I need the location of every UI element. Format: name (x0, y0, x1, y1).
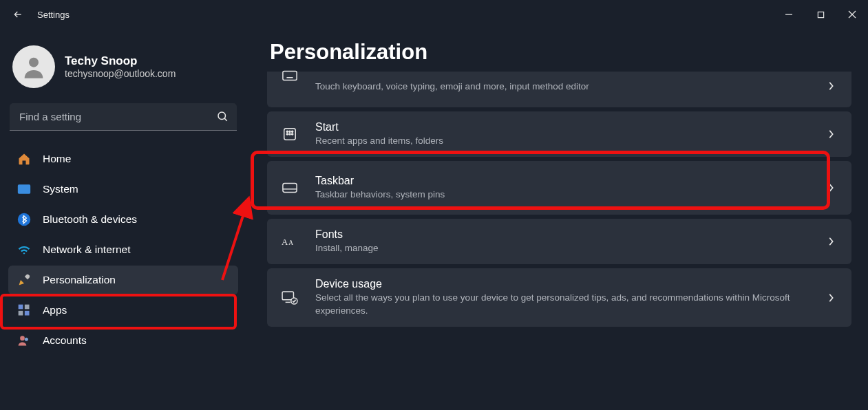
sidebar-item-system[interactable]: System (8, 175, 238, 204)
sidebar: Techy Snoop techysnoop@outlook.com Home … (0, 29, 246, 410)
account-block[interactable]: Techy Snoop techysnoop@outlook.com (8, 41, 238, 100)
svg-text:A: A (282, 237, 288, 247)
wifi-icon (17, 242, 32, 257)
sidebar-item-label: Home (43, 153, 71, 165)
card-subtitle: Touch keyboard, voice typing, emoji and … (315, 80, 797, 93)
card-title: Start (315, 121, 823, 133)
maximize-button[interactable] (805, 3, 836, 25)
card-taskbar[interactable]: Taskbar Taskbar behaviors, system pins (267, 161, 851, 215)
svg-rect-11 (19, 311, 23, 316)
svg-rect-7 (18, 184, 30, 193)
card-title: Fonts (315, 228, 823, 241)
card-title: Device usage (315, 278, 823, 290)
sidebar-item-label: Accounts (43, 334, 87, 347)
svg-rect-1 (818, 12, 823, 17)
card-title: Taskbar (315, 175, 823, 187)
app-title: Settings (37, 10, 70, 20)
svg-line-6 (224, 118, 227, 121)
chevron-right-icon (823, 78, 839, 94)
window-controls (773, 3, 868, 25)
account-email: techysnoop@outlook.com (65, 68, 176, 79)
back-button[interactable] (8, 5, 28, 24)
card-start[interactable]: Start Recent apps and items, folders (267, 111, 851, 157)
svg-point-26 (289, 133, 290, 135)
svg-point-14 (25, 338, 28, 341)
svg-point-13 (20, 336, 25, 341)
account-name: Techy Snoop (65, 54, 176, 68)
svg-text:A: A (288, 239, 293, 246)
svg-point-23 (289, 131, 290, 132)
keyboard-icon (279, 70, 300, 81)
chevron-right-icon (823, 180, 839, 196)
sidebar-item-apps[interactable]: Apps (8, 296, 238, 325)
sidebar-item-personalization[interactable]: Personalization (8, 266, 238, 294)
card-subtitle: Install, manage (315, 242, 797, 255)
sidebar-item-bluetooth[interactable]: Bluetooth & devices (8, 205, 238, 234)
apps-icon (17, 303, 32, 318)
svg-point-4 (29, 58, 39, 67)
page-title: Personalization (270, 40, 851, 65)
minimize-button[interactable] (773, 3, 805, 25)
svg-point-25 (286, 133, 288, 135)
sidebar-item-network[interactable]: Network & internet (8, 235, 238, 264)
sidebar-item-accounts[interactable]: Accounts (8, 326, 238, 355)
sidebar-item-label: Bluetooth & devices (43, 213, 137, 226)
svg-point-22 (286, 131, 288, 132)
sidebar-item-home[interactable]: Home (8, 144, 238, 173)
sidebar-item-label: Apps (43, 304, 67, 316)
chevron-right-icon (823, 233, 839, 250)
card-fonts[interactable]: AA Fonts Install, manage (267, 219, 851, 264)
title-bar: Settings (0, 0, 868, 29)
svg-point-5 (218, 112, 226, 120)
svg-rect-12 (25, 311, 30, 316)
search-box[interactable] (10, 103, 237, 131)
chevron-right-icon (823, 290, 839, 306)
card-subtitle: Recent apps and items, folders (315, 135, 797, 147)
close-button[interactable] (836, 3, 868, 25)
main-content: Personalization Touch keyboard, voice ty… (246, 29, 868, 410)
system-icon (17, 182, 32, 197)
search-icon (216, 110, 229, 125)
device-usage-icon (279, 291, 300, 305)
svg-point-8 (18, 213, 30, 226)
svg-rect-28 (283, 184, 297, 193)
personalization-icon (17, 272, 32, 288)
svg-point-24 (292, 131, 293, 132)
svg-rect-10 (25, 305, 30, 310)
card-subtitle: Select all the ways you plan to use your… (315, 292, 797, 316)
nav-list: Home System Bluetooth & devices Network … (8, 144, 238, 355)
bluetooth-icon (17, 212, 32, 227)
taskbar-icon (279, 182, 300, 193)
svg-rect-15 (283, 72, 297, 80)
sidebar-item-label: Network & internet (43, 244, 131, 256)
start-icon (279, 127, 300, 142)
chevron-right-icon (823, 126, 839, 142)
card-device-usage[interactable]: Device usage Select all the ways you pla… (267, 268, 851, 326)
svg-rect-9 (19, 305, 23, 310)
card-subtitle: Taskbar behaviors, system pins (315, 188, 797, 201)
home-icon (17, 151, 32, 166)
avatar (12, 45, 55, 88)
svg-point-27 (292, 133, 293, 135)
sidebar-item-label: System (43, 183, 78, 195)
fonts-icon: AA (279, 235, 300, 248)
card-text-input[interactable]: Touch keyboard, voice typing, emoji and … (267, 72, 851, 107)
search-input[interactable] (10, 103, 237, 131)
sidebar-item-label: Personalization (43, 274, 116, 286)
accounts-icon (17, 333, 32, 348)
